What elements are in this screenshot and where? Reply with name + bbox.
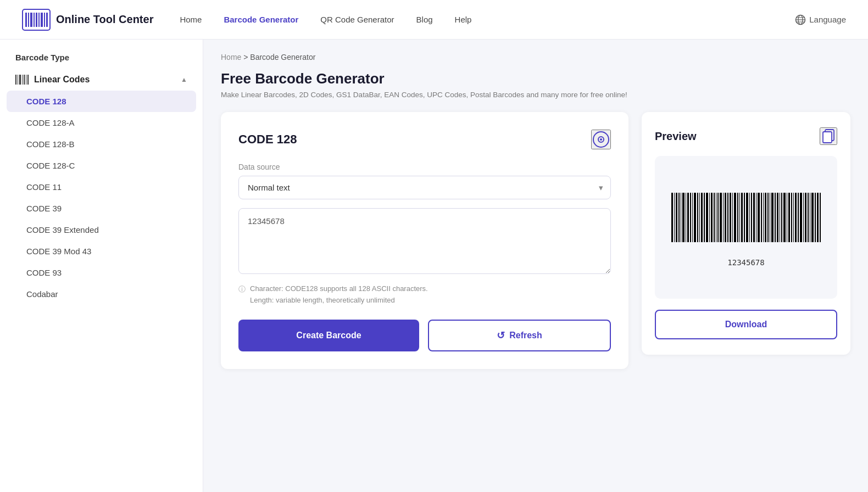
nav-help[interactable]: Help [455, 15, 472, 24]
sidebar-item-codabar[interactable]: Codabar [0, 283, 203, 305]
copy-icon [821, 128, 836, 144]
svg-rect-41 [704, 193, 705, 242]
svg-rect-69 [770, 193, 770, 242]
svg-rect-75 [783, 193, 786, 242]
svg-rect-78 [791, 193, 792, 242]
svg-rect-48 [720, 193, 722, 242]
info-text-content: Character: CODE128 supports all 128 ASCI… [250, 283, 428, 306]
svg-rect-88 [815, 193, 816, 242]
sidebar-category-linear-codes[interactable]: Linear Codes ▲ [0, 69, 203, 91]
svg-rect-1 [25, 13, 27, 27]
refresh-button[interactable]: ↺ Refresh [428, 320, 611, 351]
breadcrumb-home[interactable]: Home [221, 53, 241, 62]
content-grid: CODE 128 Data source Normal text ▾ [221, 112, 850, 369]
svg-rect-86 [810, 193, 810, 242]
svg-rect-33 [686, 193, 686, 242]
svg-rect-26 [823, 132, 832, 143]
svg-rect-32 [682, 193, 685, 242]
sidebar-item-code-128[interactable]: CODE 128 [7, 91, 196, 112]
svg-rect-44 [711, 193, 713, 242]
svg-rect-68 [767, 193, 769, 242]
barcode-image [669, 188, 823, 254]
svg-rect-47 [717, 193, 719, 242]
svg-rect-5 [36, 13, 37, 27]
svg-rect-2 [28, 13, 29, 27]
svg-rect-59 [746, 193, 748, 242]
page-body: Barcode Type Linear Codes ▲ CODE 128 C [0, 40, 868, 492]
create-barcode-button[interactable]: Create Barcode [238, 320, 419, 351]
sidebar-item-code-128-a[interactable]: CODE 128-A [0, 112, 203, 133]
data-source-select[interactable]: Normal text [238, 176, 611, 199]
sidebar-item-code-39-mod-43[interactable]: CODE 39 Mod 43 [0, 241, 203, 262]
info-icon: ⓘ [238, 284, 246, 295]
barcode-value-label: 12345678 [727, 258, 764, 267]
svg-rect-20 [26, 75, 26, 85]
preview-card: Preview [642, 112, 850, 355]
svg-rect-46 [716, 193, 716, 242]
svg-rect-40 [701, 193, 703, 242]
svg-rect-43 [709, 193, 710, 242]
action-buttons: Create Barcode ↺ Refresh [238, 320, 611, 351]
svg-rect-38 [697, 193, 698, 242]
svg-rect-85 [808, 193, 809, 242]
nav-barcode-generator[interactable]: Barcode Generator [224, 15, 298, 24]
settings-icon-button[interactable] [591, 130, 611, 149]
svg-rect-82 [800, 193, 802, 242]
svg-rect-45 [714, 193, 715, 242]
refresh-icon: ↺ [497, 329, 505, 342]
svg-rect-67 [765, 193, 766, 242]
svg-rect-35 [690, 193, 691, 242]
svg-point-24 [600, 138, 602, 141]
nav-home[interactable]: Home [180, 15, 202, 24]
language-label: Language [809, 15, 846, 24]
sidebar-item-code-93[interactable]: CODE 93 [0, 262, 203, 283]
page-subtitle: Make Linear Barcodes, 2D Codes, GS1 Data… [221, 91, 850, 99]
svg-rect-31 [681, 193, 681, 242]
svg-rect-4 [34, 13, 35, 27]
barcode-input[interactable]: 12345678 [238, 208, 611, 274]
sidebar-item-code-39[interactable]: CODE 39 [0, 198, 203, 219]
svg-rect-61 [751, 193, 752, 242]
preview-card-header: Preview [655, 127, 837, 145]
nav-qr-code-generator[interactable]: QR Code Generator [320, 15, 394, 24]
language-selector[interactable]: Language [795, 14, 846, 25]
copy-icon-button[interactable] [820, 127, 837, 145]
sidebar-item-code-128-c[interactable]: CODE 128-C [0, 155, 203, 176]
svg-rect-19 [24, 75, 25, 85]
svg-rect-34 [687, 193, 689, 242]
sidebar-item-code-128-b[interactable]: CODE 128-B [0, 133, 203, 155]
download-button[interactable]: Download [655, 310, 837, 339]
chevron-up-icon: ▲ [181, 76, 187, 83]
svg-rect-70 [771, 193, 774, 242]
svg-rect-72 [777, 193, 778, 242]
logo-text: Online Tool Center [56, 13, 153, 26]
barcode-category-icon [15, 74, 29, 85]
breadcrumb-current: Barcode Generator [250, 53, 315, 62]
svg-rect-73 [780, 193, 780, 242]
svg-rect-89 [817, 193, 819, 242]
sidebar-item-code-11[interactable]: CODE 11 [0, 176, 203, 198]
generator-card-header: CODE 128 [238, 130, 611, 149]
svg-rect-55 [737, 193, 738, 242]
breadcrumb: Home > Barcode Generator [221, 53, 850, 62]
sidebar-item-code-39-extended[interactable]: CODE 39 Extended [0, 219, 203, 241]
svg-rect-18 [22, 75, 23, 85]
svg-rect-8 [44, 13, 45, 27]
svg-rect-66 [763, 193, 764, 242]
svg-rect-56 [739, 193, 740, 242]
barcode-display: 12345678 [669, 188, 823, 267]
svg-rect-84 [805, 193, 806, 242]
svg-rect-83 [803, 193, 804, 242]
svg-rect-49 [723, 193, 724, 242]
nav-links: Home Barcode Generator QR Code Generator… [180, 15, 795, 24]
svg-rect-3 [30, 13, 32, 27]
svg-rect-64 [758, 193, 760, 242]
svg-rect-65 [761, 193, 762, 242]
svg-rect-77 [788, 193, 790, 242]
svg-rect-57 [741, 193, 743, 242]
logo[interactable]: Online Tool Center [22, 9, 153, 31]
svg-rect-28 [674, 193, 675, 242]
nav-blog[interactable]: Blog [416, 15, 433, 24]
globe-icon [795, 14, 806, 25]
svg-rect-58 [744, 193, 745, 242]
